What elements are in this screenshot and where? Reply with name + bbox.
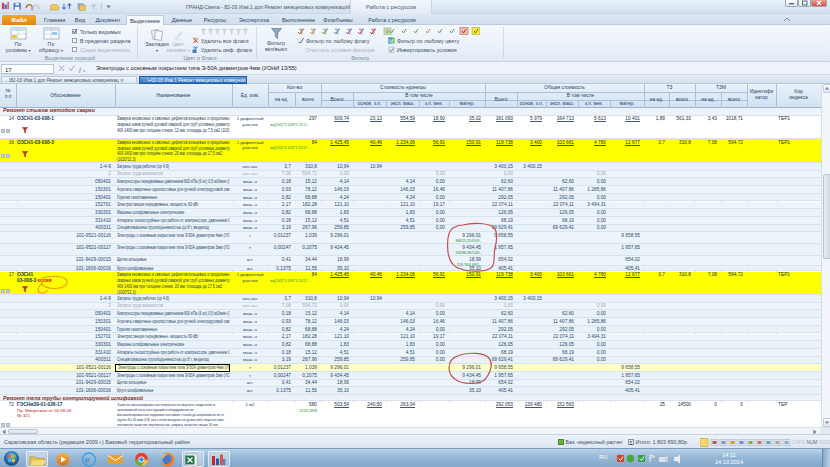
svg-text:f: f (79, 66, 82, 74)
svg-text:e: e (85, 453, 90, 465)
svg-text:M: M (389, 38, 393, 44)
svg-text:x: x (82, 68, 86, 73)
